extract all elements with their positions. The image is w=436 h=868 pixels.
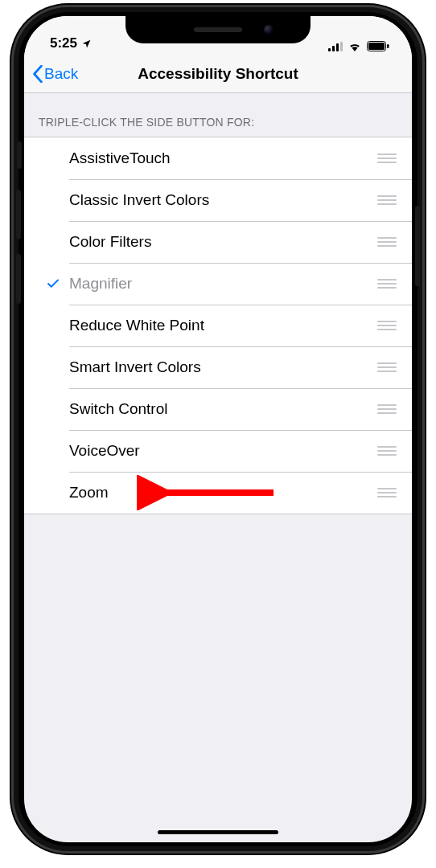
location-icon — [81, 39, 92, 49]
option-label: AssistiveTouch — [69, 149, 375, 167]
reorder-handle-icon[interactable] — [375, 488, 412, 497]
reorder-handle-icon[interactable] — [375, 279, 412, 289]
front-camera — [264, 25, 274, 35]
page-title: Accessibility Shortcut — [24, 65, 412, 83]
reorder-handle-icon[interactable] — [375, 321, 412, 330]
wifi-icon — [348, 41, 362, 51]
option-label: VoiceOver — [69, 442, 375, 460]
back-label: Back — [44, 65, 78, 83]
option-row[interactable]: Reduce White Point — [24, 305, 412, 346]
option-row[interactable]: VoiceOver — [24, 430, 412, 472]
volume-up-button — [16, 190, 21, 240]
option-label: Zoom — [69, 484, 375, 502]
earpiece — [194, 27, 242, 32]
option-label: Magnifier — [69, 275, 375, 293]
volume-down-button — [16, 254, 21, 304]
option-label: Reduce White Point — [69, 317, 375, 334]
phone-frame: 5:25 Back — [11, 5, 425, 854]
option-label: Smart Invert Colors — [69, 358, 375, 376]
chevron-left-icon — [32, 65, 43, 83]
option-row[interactable]: Color Filters — [24, 221, 412, 263]
option-row[interactable]: Magnifier — [24, 263, 412, 305]
battery-icon — [367, 41, 389, 51]
screen: 5:25 Back — [24, 16, 412, 842]
reorder-handle-icon[interactable] — [375, 362, 412, 372]
nav-bar: Back Accessibility Shortcut — [24, 55, 412, 93]
option-row[interactable]: Zoom — [24, 472, 412, 514]
reorder-handle-icon[interactable] — [375, 446, 412, 456]
status-time: 5:25 — [50, 35, 77, 51]
option-label: Color Filters — [69, 233, 375, 251]
options-list: AssistiveTouchClassic Invert ColorsColor… — [24, 137, 412, 514]
reorder-handle-icon[interactable] — [375, 404, 412, 414]
checkmark-icon — [37, 276, 69, 291]
svg-rect-2 — [387, 44, 389, 48]
notch — [125, 16, 311, 43]
reorder-handle-icon[interactable] — [375, 154, 412, 163]
side-button — [415, 206, 420, 286]
option-row[interactable]: Switch Control — [24, 388, 412, 430]
reorder-handle-icon[interactable] — [375, 195, 412, 205]
back-button[interactable]: Back — [32, 65, 78, 83]
status-left: 5:25 — [50, 35, 92, 51]
option-label: Classic Invert Colors — [69, 191, 375, 209]
option-row[interactable]: Smart Invert Colors — [24, 346, 412, 388]
option-row[interactable]: AssistiveTouch — [24, 137, 412, 179]
option-row[interactable]: Classic Invert Colors — [24, 179, 412, 221]
svg-rect-1 — [368, 43, 385, 50]
mute-switch — [17, 141, 22, 169]
section-header: TRIPLE-CLICK THE SIDE BUTTON FOR: — [24, 93, 412, 137]
home-indicator[interactable] — [158, 830, 278, 834]
option-label: Switch Control — [69, 400, 375, 418]
cellular-icon — [328, 42, 343, 51]
reorder-handle-icon[interactable] — [375, 237, 412, 247]
status-right — [328, 41, 389, 51]
